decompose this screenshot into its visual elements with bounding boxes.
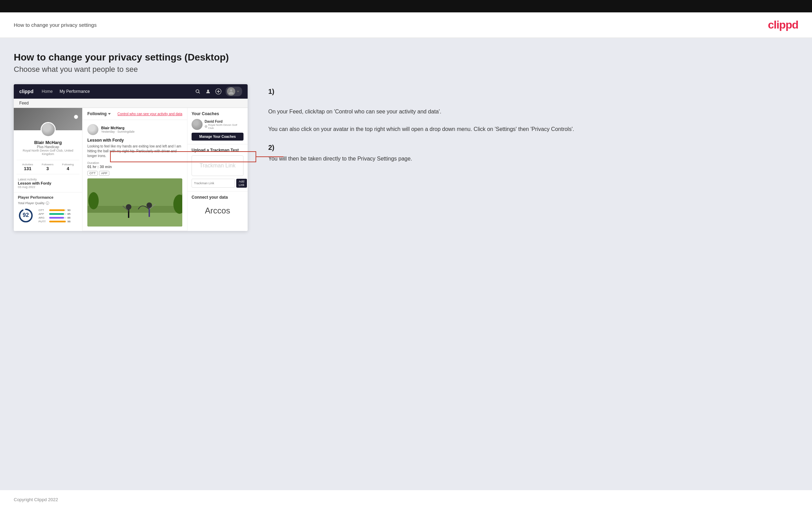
following-dropdown[interactable]: Following: [87, 111, 111, 116]
stat-following-label: Following: [62, 163, 74, 166]
trackman-placeholder: Trackman Link: [199, 163, 235, 168]
feed-header: Following Control who can see your activ…: [83, 108, 187, 120]
page-heading: How to change your privacy settings (Des…: [14, 52, 798, 63]
app-mockup: clippd Home My Performance: [14, 84, 248, 231]
instruction-2-text: You will then be taken directly to the P…: [268, 154, 798, 163]
arccos-brand: Arccos: [192, 202, 243, 219]
post-image: [87, 178, 182, 227]
svg-point-2: [207, 90, 209, 91]
trackman-link-box: Trackman Link: [192, 155, 243, 176]
manage-coaches-button[interactable]: Manage Your Coaches: [192, 133, 243, 141]
nav-item-home[interactable]: Home: [42, 89, 53, 94]
stat-activities-label: Activities: [22, 163, 33, 166]
clippd-logo: clippd: [768, 19, 798, 31]
svg-line-1: [198, 92, 199, 93]
connect-panel: Connect your data Arccos: [187, 191, 248, 222]
following-chevron-icon: [108, 113, 111, 115]
coach-name: David Ford: [205, 120, 243, 123]
instruction-2: 2) You will then be taken directly to th…: [268, 144, 798, 163]
app-screenshot: clippd Home My Performance: [14, 84, 248, 231]
player-performance: Player Performance Total Player Quality …: [14, 192, 82, 228]
post-description: Looking to feel like my hands are exitin…: [87, 144, 182, 158]
nav-item-performance[interactable]: My Performance: [59, 89, 90, 94]
coaches-panel: Your Coaches David Ford Royal North Devo…: [187, 108, 248, 144]
app-right-panel: Your Coaches David Ford Royal North Devo…: [187, 108, 248, 231]
profile-avatar: [41, 122, 56, 137]
svg-point-18: [126, 204, 131, 210]
svg-point-14: [88, 192, 99, 209]
svg-point-21: [147, 202, 152, 208]
person-icon[interactable]: [205, 88, 211, 95]
perf-quality-label: Total Player Quality i: [18, 201, 78, 205]
post-username: Blair McHarg: [101, 126, 134, 130]
svg-rect-12: [87, 213, 182, 227]
app-sidebar: Blair McHarg Plus Handicap Royal North D…: [14, 108, 83, 231]
post-tags: OTT APP: [87, 171, 182, 176]
stat-activities-value: 131: [22, 166, 33, 171]
feed-tab[interactable]: Feed: [14, 99, 248, 108]
app-nav-items: Home My Performance: [42, 89, 90, 94]
coaches-panel-title: Your Coaches: [192, 111, 243, 116]
stat-followers-value: 3: [42, 166, 53, 171]
profile-stats: Activities 131 Followers 3 Following 4: [17, 160, 79, 174]
profile-banner: [14, 108, 82, 130]
svg-point-6: [230, 89, 232, 91]
svg-point-24: [206, 126, 206, 127]
trackman-input-row: Add Link: [192, 179, 243, 188]
app-nav-logo: clippd: [19, 89, 33, 94]
app-body: Blair McHarg Plus Handicap Royal North D…: [14, 108, 248, 231]
stat-following-value: 4: [62, 166, 74, 171]
latest-date: 03 Aug 2022: [18, 185, 78, 189]
latest-label: Latest Activity: [18, 178, 78, 181]
trackman-panel-title: Upload a Trackman Test: [192, 148, 243, 153]
post-meta: Yesterday · Sunningdale: [101, 130, 134, 133]
header-title: How to change your privacy settings: [14, 22, 97, 28]
app-feed: Following Control who can see your activ…: [83, 108, 187, 231]
profile-club: Royal North Devon Golf Club, United King…: [18, 149, 78, 156]
copyright: Copyright Clippd 2022: [14, 497, 58, 502]
site-header: How to change your privacy settings clip…: [0, 12, 812, 38]
site-footer: Copyright Clippd 2022: [0, 490, 812, 507]
stat-activities: Activities 131: [22, 163, 33, 171]
feed-post: Blair McHarg Yesterday · Sunningdale Les…: [83, 120, 187, 231]
post-duration: Duration 01 hr : 30 min: [87, 161, 182, 169]
metrics-list: OTT 90 APP 85: [39, 209, 71, 224]
add-link-button[interactable]: Add Link: [236, 179, 247, 188]
avatar-chevron-icon: [237, 91, 239, 92]
stat-followers-label: Followers: [42, 163, 53, 166]
info-icon: i: [46, 201, 49, 205]
tag-app: APP: [99, 171, 109, 176]
post-user-row: Blair McHarg Yesterday · Sunningdale: [87, 124, 182, 135]
coach-info: David Ford Royal North Devon Golf Club: [205, 120, 243, 130]
post-user-info: Blair McHarg Yesterday · Sunningdale: [101, 126, 134, 133]
app-nav-right: [195, 87, 242, 96]
metric-app: APP 85: [39, 212, 71, 216]
quality-ring: 92: [18, 208, 34, 223]
profile-name: Blair McHarg: [18, 140, 78, 145]
search-icon[interactable]: [195, 88, 201, 95]
perf-title: Player Performance: [18, 195, 78, 199]
control-link[interactable]: Control who can see your activity and da…: [118, 112, 182, 116]
plus-icon[interactable]: [215, 88, 221, 95]
post-avatar: [87, 124, 98, 135]
post-title: Lesson with Fordy: [87, 138, 182, 143]
coach-club: Royal North Devon Golf Club: [205, 123, 243, 130]
coach-avatar: [192, 119, 203, 130]
instruction-2-number: 2): [268, 144, 798, 152]
app-nav: clippd Home My Performance: [14, 84, 248, 99]
instruction-1-text: On your Feed, click/tap on 'Control who …: [268, 98, 798, 133]
instruction-1-number: 1): [268, 88, 798, 96]
trackman-panel: Upload a Trackman Test Trackman Link Add…: [187, 144, 248, 191]
top-bar: [0, 0, 812, 12]
metric-arg: ARG 86: [39, 216, 71, 219]
page-subheading: Choose what you want people to see: [14, 65, 798, 74]
trackman-input[interactable]: [192, 179, 235, 188]
latest-activity: Latest Activity Lesson with Fordy 03 Aug…: [14, 174, 82, 192]
stat-followers: Followers 3: [42, 163, 53, 171]
svg-text:92: 92: [23, 212, 29, 218]
metric-putt: PUTT 96: [39, 220, 71, 223]
metric-ott: OTT 90: [39, 209, 71, 212]
nav-avatar-wrapper[interactable]: [226, 87, 242, 96]
profile-handicap: Plus Handicap: [18, 145, 78, 149]
main-content: How to change your privacy settings (Des…: [0, 38, 812, 490]
